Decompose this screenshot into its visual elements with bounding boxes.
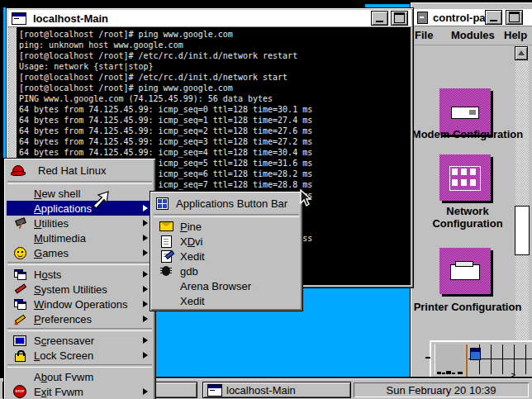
submenu-item-pine[interactable]: Pine — [153, 219, 300, 234]
terminal-line: Usage: network {start|stop} — [19, 61, 411, 72]
menu-item-label: XDvi — [180, 235, 202, 248]
start-menu: Red Hat Linux New shellApplicationsUtili… — [4, 159, 155, 399]
load-bar — [437, 372, 441, 374]
submenu-arrow-icon — [143, 316, 148, 322]
menu-help[interactable]: Help — [504, 29, 527, 41]
menu-item-multimedia[interactable]: Multimedia — [7, 230, 153, 245]
menu-item-utilities[interactable]: Utilities — [7, 216, 153, 230]
terminal-line: ping: unknown host www.google.com — [19, 40, 411, 50]
pager-resize-arrow[interactable]: > — [511, 372, 515, 378]
control-panel-scrollbar[interactable] — [515, 45, 529, 376]
menu-file[interactable]: File — [415, 29, 433, 41]
terminal-line: 64 bytes from 74.125.45.99: icmp_seq=1 t… — [19, 115, 411, 126]
menu-item-exit-fvwm[interactable]: STOPExit Fvwm — [7, 384, 153, 399]
terminal-line: PING www.l.google.com (74.125.45.99): 56… — [19, 93, 411, 104]
menu-item-label: Lock Screen — [34, 349, 93, 362]
pencil-icon — [14, 313, 26, 325]
pager-window-thumbnail[interactable] — [470, 348, 481, 360]
icon-label: Printer Configuration — [359, 301, 532, 313]
menu-item-about-fvwm[interactable]: About Fvwm — [7, 369, 153, 384]
submenu-arrow-icon — [143, 235, 148, 241]
control-panel-titlebar[interactable]: control-panel — [413, 9, 532, 26]
lock-icon — [15, 354, 26, 362]
submenu-item-arena-browser[interactable]: Arena Browser — [153, 278, 300, 293]
terminal-line: 64 bytes from 74.125.45.99: icmp_seq=4 t… — [19, 147, 411, 158]
maximize-button[interactable] — [392, 12, 407, 25]
terminal-line: 64 bytes from 74.125.45.99: icmp_seq=2 t… — [19, 126, 411, 136]
terminal-icon — [207, 384, 222, 397]
taskbar-clock: Sun February 20 10:39 — [354, 382, 529, 397]
start-menu-header: Red Hat Linux — [7, 161, 153, 179]
menu-separator — [7, 328, 152, 331]
scroll-up-button[interactable] — [515, 47, 527, 59]
modem-icon-art — [451, 107, 479, 119]
printer-configuration-icon[interactable] — [439, 248, 491, 294]
menu-item-label: About Fvwm — [34, 371, 93, 383]
menu-item-system-utilities[interactable]: System Utilities — [7, 282, 153, 297]
menu-modules[interactable]: Modules — [451, 29, 495, 41]
task-button-localhost-main[interactable]: localhost-Main — [203, 382, 350, 397]
menu-item-lock-screen[interactable]: Lock Screen — [7, 348, 153, 363]
menu-item-applications[interactable]: Applications — [7, 201, 153, 216]
menu-separator — [7, 181, 152, 184]
submenu-item-xdvi[interactable]: XDvi — [153, 234, 300, 249]
button-bar-icon — [156, 197, 169, 210]
desktop-pager-grid[interactable] — [468, 344, 532, 374]
terminal-icon — [12, 12, 26, 25]
menu-item-label: Games — [34, 247, 69, 259]
menu-item-label: Xedit — [180, 250, 205, 263]
submenu-item-xedit[interactable]: Xedit — [153, 249, 300, 264]
submenu-arrow-icon — [143, 337, 148, 344]
control-panel-window: control-panel File Modules Help Modem Co… — [411, 2, 532, 378]
icon-label: Network Configuration — [426, 205, 509, 230]
menu-item-label: Multimedia — [34, 232, 86, 245]
smiley-icon — [14, 247, 26, 259]
screen: control-panel File Modules Help Modem Co… — [0, 0, 532, 399]
wins-icon — [14, 269, 26, 279]
submenu-item-xedit[interactable]: Xedit — [153, 293, 300, 308]
menu-item-hosts[interactable]: Hosts — [7, 267, 153, 282]
menu-item-label: Xedit — [180, 295, 205, 307]
minimize-button[interactable] — [372, 12, 387, 25]
menu-separator — [154, 214, 299, 217]
menu-item-screensaver[interactable]: Screensaver — [7, 333, 153, 348]
network-configuration-icon[interactable] — [439, 154, 491, 201]
menu-item-label: Hosts — [34, 268, 61, 281]
load-bar — [452, 373, 455, 374]
screen-top-border — [0, 0, 365, 7]
terminal-titlebar[interactable]: localhost-Main — [8, 10, 411, 27]
menu-item-label: New shell — [34, 188, 80, 200]
tool-icon — [14, 283, 26, 295]
submenu-arrow-icon — [143, 205, 148, 211]
menu-item-preferences[interactable]: Preferences — [7, 311, 153, 326]
submenu-arrow-icon — [143, 388, 148, 395]
menu-item-label: Pine — [180, 221, 202, 233]
printer-icon-art — [450, 264, 480, 280]
menu-item-new-shell[interactable]: New shell — [7, 186, 153, 201]
terminal-line: 64 bytes from 74.125.45.99: icmp_seq=0 t… — [19, 104, 411, 115]
menu-item-label: Screensaver — [34, 335, 94, 347]
monitor-icon — [13, 335, 26, 346]
submenu-arrow-icon — [143, 249, 148, 256]
submenu-arrow-icon — [143, 220, 148, 226]
minimize-button[interactable] — [486, 11, 501, 24]
pager-widget: > — [430, 340, 532, 380]
mouse-cursor-nw — [299, 189, 316, 211]
docpencil-icon — [161, 250, 172, 263]
menu-item-label: Window Operations — [34, 298, 127, 311]
terminal-title: localhost-Main — [33, 12, 108, 25]
wins-icon — [14, 299, 26, 309]
envelope-icon — [159, 221, 173, 231]
menu-item-label: gdb — [180, 265, 198, 278]
maximize-button[interactable] — [506, 11, 522, 24]
submenu-header-applications-button-bar[interactable]: Applications Button Bar — [153, 194, 300, 212]
menu-item-window-operations[interactable]: Window Operations — [7, 297, 153, 311]
menu-item-label: Preferences — [34, 313, 92, 325]
terminal-line: [root@localhost /root]# /etc/rc.d/init.d… — [19, 72, 411, 83]
load-bar — [446, 371, 451, 374]
mouse-cursor-ne — [91, 190, 111, 210]
window-menu-icon[interactable] — [417, 12, 428, 24]
menu-item-games[interactable]: Games — [7, 245, 153, 260]
submenu-item-gdb[interactable]: gdb — [153, 264, 300, 278]
scrollbar-thumb[interactable] — [515, 207, 529, 254]
